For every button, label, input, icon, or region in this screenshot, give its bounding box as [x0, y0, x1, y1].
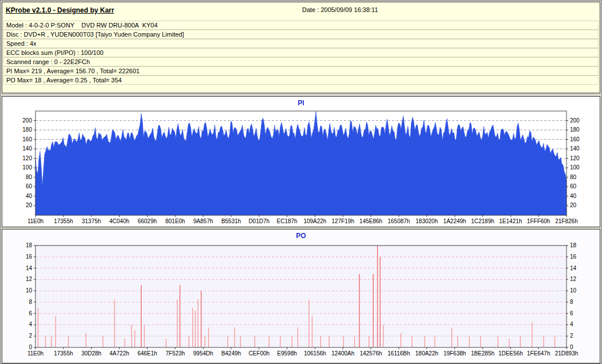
svg-text:EC187h: EC187h [277, 218, 298, 224]
svg-text:165087h: 165087h [387, 218, 410, 224]
pi-chart: 2020404060608080100100120120140140160160… [2, 97, 600, 227]
svg-text:0: 0 [570, 344, 573, 350]
svg-text:16: 16 [570, 254, 577, 260]
svg-text:14: 14 [570, 265, 577, 271]
svg-text:6: 6 [29, 310, 32, 316]
svg-text:D01D7h: D01D7h [248, 218, 270, 224]
svg-text:60: 60 [570, 183, 577, 189]
svg-text:801E0h: 801E0h [165, 218, 185, 224]
svg-text:9A857h: 9A857h [193, 218, 213, 224]
info-row-scanned-range: Scanned range : 0 - 22E2FCh [3, 57, 599, 66]
svg-text:10: 10 [570, 287, 577, 294]
svg-text:1BE285h: 1BE285h [471, 350, 494, 357]
svg-text:180: 180 [570, 126, 580, 133]
svg-text:60: 60 [26, 183, 33, 189]
svg-text:183020h: 183020h [415, 218, 438, 224]
svg-text:4C040h: 4C040h [109, 218, 129, 224]
svg-text:4A722h: 4A722h [109, 350, 129, 357]
svg-text:4: 4 [570, 321, 573, 327]
svg-text:4: 4 [29, 321, 32, 327]
svg-text:1DEE56h: 1DEE56h [498, 350, 523, 357]
info-panel: KProbe v2.1.0 - Designed by Karr Date : … [2, 2, 600, 93]
svg-text:1FE647h: 1FE647h [527, 350, 550, 357]
po-chart-panel: PO 00224466881010121214141616181811E0h17… [2, 229, 600, 363]
svg-text:E9598h: E9598h [277, 350, 296, 357]
pi-chart-panel: PI 2020404060608080100100120120140140160… [2, 96, 600, 227]
svg-text:142576h: 142576h [360, 350, 382, 357]
svg-text:12400Ah: 12400Ah [331, 350, 354, 357]
svg-text:17355h: 17355h [54, 350, 73, 357]
info-rows: Model : 4-0-2-0 P:SONY DVD RW DRU-800A K… [3, 21, 599, 85]
svg-text:127F19h: 127F19h [332, 218, 354, 224]
svg-text:646E1h: 646E1h [137, 350, 157, 357]
info-row-po-stats: PO Max= 18 , Average= 0.25 , Total= 354 [3, 76, 599, 85]
svg-text:2: 2 [570, 333, 573, 339]
svg-text:80: 80 [570, 174, 577, 180]
scan-date: Date : 2005/09/09 16:38:11 [302, 6, 378, 13]
svg-text:40: 40 [26, 193, 33, 199]
svg-text:8: 8 [29, 299, 32, 305]
svg-text:8: 8 [570, 299, 573, 305]
info-row-pi-stats: PI Max= 219 , Average= 156.70 , Total= 2… [3, 66, 599, 76]
svg-text:109A22h: 109A22h [303, 218, 326, 224]
svg-text:17355h: 17355h [54, 218, 73, 224]
svg-text:1FFF60h: 1FFF60h [527, 218, 550, 224]
svg-text:16: 16 [26, 254, 33, 260]
info-row-disc: Disc : DVD+R , YUDEN000T03 [Taiyo Yuden … [3, 30, 599, 39]
svg-text:40: 40 [570, 193, 577, 199]
svg-text:200: 200 [570, 117, 580, 124]
svg-text:180: 180 [22, 126, 32, 133]
svg-text:16116Bh: 16116Bh [387, 350, 410, 357]
svg-text:CEF00h: CEF00h [248, 350, 270, 357]
svg-text:B4249h: B4249h [221, 350, 241, 357]
svg-text:0: 0 [29, 344, 32, 350]
svg-text:18: 18 [570, 242, 577, 248]
svg-text:160: 160 [570, 136, 580, 143]
svg-text:1C2189h: 1C2189h [471, 218, 494, 224]
svg-text:21D893h: 21D893h [555, 350, 579, 357]
svg-text:19F638h: 19F638h [443, 350, 466, 357]
svg-text:160: 160 [22, 136, 32, 143]
svg-text:11E0h: 11E0h [27, 350, 43, 357]
svg-text:100: 100 [570, 164, 580, 171]
svg-text:1E1421h: 1E1421h [499, 218, 522, 224]
svg-text:140: 140 [570, 145, 580, 152]
info-header: KProbe v2.1.0 - Designed by Karr Date : … [2, 2, 600, 19]
svg-text:21F826h: 21F826h [555, 218, 577, 224]
svg-text:30D28h: 30D28h [81, 350, 101, 357]
svg-text:10: 10 [26, 287, 33, 294]
svg-text:100: 100 [22, 164, 32, 171]
po-chart: 00224466881010121214141616181811E0h17355… [2, 230, 600, 363]
svg-text:66029h: 66029h [138, 218, 157, 224]
info-row-ecc: ECC blocks sum (PI/PO) : 100/100 [3, 48, 599, 57]
svg-text:11E0h: 11E0h [27, 218, 43, 224]
svg-text:31375h: 31375h [82, 218, 101, 224]
svg-text:7F523h: 7F523h [165, 350, 185, 357]
svg-text:1A2249h: 1A2249h [443, 218, 466, 224]
po-chart-title: PO [2, 232, 600, 240]
kprobe-window: KProbe v2.1.0 - Designed by Karr Date : … [0, 0, 602, 364]
svg-text:B5531h: B5531h [221, 218, 241, 224]
svg-text:9954Dh: 9954Dh [193, 350, 213, 357]
svg-text:145E86h: 145E86h [359, 218, 382, 224]
svg-text:106156h: 106156h [304, 350, 326, 357]
svg-text:200: 200 [22, 117, 32, 124]
svg-text:18: 18 [26, 242, 33, 248]
svg-text:140: 140 [22, 145, 32, 152]
svg-text:12: 12 [570, 276, 577, 282]
info-row-model: Model : 4-0-2-0 P:SONY DVD RW DRU-800A K… [3, 21, 599, 30]
svg-text:14: 14 [26, 265, 33, 271]
svg-text:2: 2 [29, 333, 32, 339]
svg-text:12: 12 [26, 276, 33, 282]
pi-chart-title: PI [2, 99, 600, 107]
info-row-speed: Speed : 4x [3, 39, 599, 48]
svg-text:6: 6 [570, 310, 573, 316]
svg-text:120: 120 [22, 155, 32, 161]
app-title: KProbe v2.1.0 - Designed by Karr [6, 6, 114, 14]
svg-text:20: 20 [570, 202, 577, 208]
svg-text:120: 120 [570, 155, 580, 161]
svg-text:20: 20 [26, 202, 33, 208]
svg-text:180A22h: 180A22h [415, 350, 438, 357]
svg-text:80: 80 [26, 174, 33, 180]
